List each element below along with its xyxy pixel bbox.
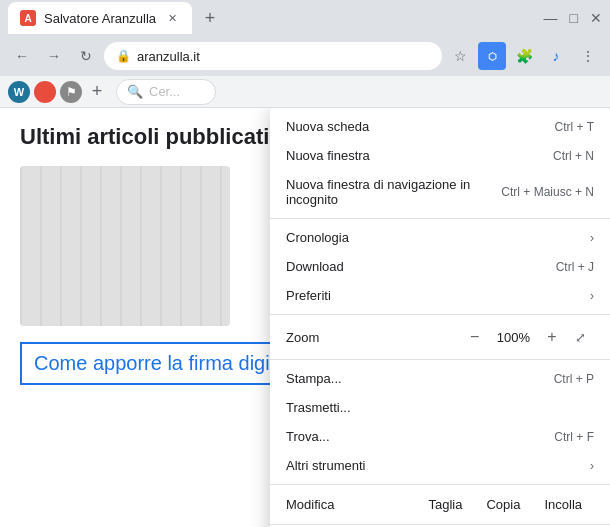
bookmarks-bar: W ⚑ + 🔍 Cer...	[0, 76, 610, 108]
refresh-button[interactable]: ↻	[72, 42, 100, 70]
menu-item-altri-strumenti[interactable]: Altri strumenti ›	[270, 451, 610, 480]
menu-item-download[interactable]: Download Ctrl + J	[270, 252, 610, 281]
window-controls: — □ ✕	[544, 10, 602, 26]
menu-item-trova[interactable]: Trova... Ctrl + F	[270, 422, 610, 451]
edit-row: Modifica Taglia Copia Incolla	[270, 489, 610, 520]
new-tab-button[interactable]: +	[196, 4, 224, 32]
separator-4	[270, 484, 610, 485]
search-icon: 🔍	[127, 84, 143, 99]
bookmark-circle[interactable]	[34, 81, 56, 103]
zoom-minus-button[interactable]: −	[461, 323, 489, 351]
bookmark-flag[interactable]: ⚑	[60, 81, 82, 103]
forward-button[interactable]: →	[40, 42, 68, 70]
maximize-button[interactable]: □	[570, 10, 578, 26]
search-placeholder: Cer...	[149, 84, 180, 99]
tab-title: Salvatore Aranzulla	[44, 11, 156, 26]
tab-close-button[interactable]: ✕	[164, 10, 180, 26]
close-button[interactable]: ✕	[590, 10, 602, 26]
back-button[interactable]: ←	[8, 42, 36, 70]
browser-tab[interactable]: A Salvatore Aranzulla ✕	[8, 2, 192, 34]
menu-item-nuova-incognito[interactable]: Nuova finestra di navigazione in incogni…	[270, 170, 610, 214]
context-menu: Nuova scheda Ctrl + T Nuova finestra Ctr…	[270, 108, 610, 527]
url-bar[interactable]: 🔒 aranzulla.it	[104, 42, 442, 70]
star-icon[interactable]: ☆	[446, 42, 474, 70]
menu-item-preferiti[interactable]: Preferiti ›	[270, 281, 610, 310]
tab-favicon: A	[20, 10, 36, 26]
zoom-fullscreen-button[interactable]: ⤢	[566, 323, 594, 351]
page-content: Ultimi articoli pubblicati Come apporre …	[0, 108, 610, 527]
menu-item-stampa[interactable]: Stampa... Ctrl + P	[270, 364, 610, 393]
menu-item-nuova-finestra[interactable]: Nuova finestra Ctrl + N	[270, 141, 610, 170]
zoom-value: 100%	[489, 330, 538, 345]
menu-icon[interactable]: ⋮	[574, 42, 602, 70]
address-bar: ← → ↻ 🔒 aranzulla.it ☆ ⬡ 🧩 ♪ ⋮	[0, 36, 610, 76]
lock-icon: 🔒	[116, 49, 131, 63]
article-image	[20, 166, 230, 326]
extension-icon[interactable]: ⬡	[478, 42, 506, 70]
copia-button[interactable]: Copia	[474, 493, 532, 516]
taglia-button[interactable]: Taglia	[416, 493, 474, 516]
title-bar: A Salvatore Aranzulla ✕ + — □ ✕	[0, 0, 610, 36]
url-text: aranzulla.it	[137, 49, 200, 64]
bookmark-wp[interactable]: W	[8, 81, 30, 103]
search-bar[interactable]: 🔍 Cer...	[116, 79, 216, 105]
puzzle-icon[interactable]: 🧩	[510, 42, 538, 70]
bookmark-add[interactable]: +	[86, 81, 108, 103]
toolbar-icons: ☆ ⬡ 🧩 ♪ ⋮	[446, 42, 602, 70]
menu-item-trasmetti[interactable]: Trasmetti...	[270, 393, 610, 422]
menu-item-nuova-scheda[interactable]: Nuova scheda Ctrl + T	[270, 112, 610, 141]
separator-2	[270, 314, 610, 315]
menu-item-cronologia[interactable]: Cronologia ›	[270, 223, 610, 252]
zoom-row: Zoom − 100% + ⤢	[270, 319, 610, 355]
incolla-button[interactable]: Incolla	[532, 493, 594, 516]
separator-5	[270, 524, 610, 525]
separator-3	[270, 359, 610, 360]
music-icon[interactable]: ♪	[542, 42, 570, 70]
separator-1	[270, 218, 610, 219]
minimize-button[interactable]: —	[544, 10, 558, 26]
zoom-plus-button[interactable]: +	[538, 323, 566, 351]
